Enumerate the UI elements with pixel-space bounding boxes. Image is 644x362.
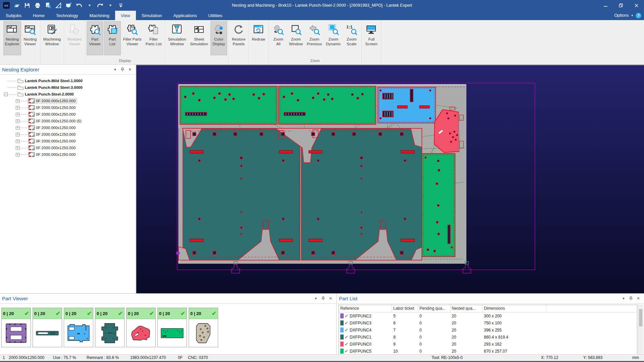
zoom-all-button[interactable]: ZoomAll <box>270 21 287 55</box>
import-icon[interactable] <box>13 2 20 9</box>
tree-sheet-row[interactable]: +0F 2000.000x1250.000 <box>0 104 136 111</box>
tab-simulation[interactable]: Simulation <box>136 11 168 20</box>
filler-parts-viewer-button[interactable]: Filler PartsViewer <box>121 21 143 55</box>
part-list-row[interactable]: ✔DXFPUNC25020300 x 200 <box>339 312 637 319</box>
part-thumbnail-teal-cross[interactable]: 0 | 20✔ <box>95 308 125 347</box>
tab-view[interactable]: View <box>115 11 136 20</box>
part-list-row[interactable]: ✔DXFPUNC09020293 x 162 <box>339 341 637 348</box>
expand-icon[interactable]: + <box>16 153 19 157</box>
nesting-drawing[interactable] <box>136 65 644 293</box>
close-icon[interactable]: ✕ <box>327 295 334 302</box>
tree-node[interactable]: 0F 2000.000x1250.000 <box>28 98 77 104</box>
undo-icon[interactable] <box>76 2 83 9</box>
restore-button[interactable] <box>613 0 629 11</box>
part-viewer-button[interactable]: PartViewer <box>87 21 103 55</box>
part-thumbnail-red-blob[interactable]: 0 | 20✔ <box>126 308 156 347</box>
tree-node[interactable]: Lantek Punch-Mild Steel-3.0000 <box>16 84 84 90</box>
tree-node[interactable]: 0F 2000.000x1250.000 <box>28 145 77 151</box>
tree-node[interactable]: 0F 2000.000x1250.000 <box>28 152 77 158</box>
measure-icon[interactable] <box>55 2 62 9</box>
panel-menu-icon[interactable]: ▾ <box>620 295 627 302</box>
tree-node[interactable]: Lantek Punch-Steel-2.0000 <box>16 91 76 97</box>
full-screen-button[interactable]: FullScreen <box>363 21 380 55</box>
tab-subjobs[interactable]: Subjobs <box>0 11 27 20</box>
tab-technology[interactable]: Technology <box>50 11 84 20</box>
column-header-dimensions[interactable]: Dimensions <box>483 305 546 312</box>
part-blue[interactable] <box>378 87 436 123</box>
scrollbar-thumb[interactable] <box>639 309 642 326</box>
part-list-row[interactable]: ✔DXFPUNC510020670 x 257.07 <box>339 348 637 355</box>
column-header-reference[interactable]: Reference <box>339 305 392 312</box>
nesting-canvas[interactable] <box>136 65 644 293</box>
column-header-nested-qua-[interactable]: Nested qua... <box>450 305 483 312</box>
tree-sheet-row[interactable]: +0F 2000.000x1250.000 <box>0 151 136 158</box>
expand-icon[interactable]: + <box>16 139 19 143</box>
tree-node[interactable]: 0F 2000.000x1250.000 <box>28 138 77 144</box>
tree-sheet-row[interactable]: +0F 2000.000x1250.000 <box>0 124 136 131</box>
tree-node[interactable]: 0F 2000.000x1250.000 <box>28 105 77 111</box>
part-thumbnail-purple-frame[interactable]: 0 | 20✔ <box>1 308 31 347</box>
tree-node[interactable]: 0F 2000.000x1250.000 <box>28 131 77 137</box>
tree-sheet-row[interactable]: +0F 2000.000x1250.000 (5) <box>0 118 136 124</box>
zoom-scale-button[interactable]: 1:1ZoomScale <box>343 21 360 55</box>
part-list-row[interactable]: ✔DXFPUNC47020396 x 255 <box>339 326 637 334</box>
tree-sheet-row[interactable]: +0F 2000.000x1250.000 <box>0 131 136 138</box>
pin-icon[interactable] <box>319 295 327 302</box>
part-list-row[interactable]: ✔DXFPUNC18020860.4 x 819.4 <box>339 334 637 341</box>
close-button[interactable] <box>629 0 644 11</box>
zoom-window-button[interactable]: ZoomWindow <box>287 21 304 55</box>
undo-caret-icon[interactable] <box>86 2 93 9</box>
redo-caret-icon[interactable] <box>107 2 114 9</box>
part-list-scrollbar[interactable] <box>638 305 643 355</box>
nesting-explorer-button[interactable]: NestingExplorer <box>3 21 21 55</box>
pin-icon[interactable] <box>627 295 635 302</box>
panel-menu-icon[interactable]: ▾ <box>111 66 119 73</box>
restore-panels-button[interactable]: RestorePanels <box>230 21 247 55</box>
tree-sheet-row[interactable]: +0F 2000.000x1250.000 <box>0 98 136 104</box>
expand-icon[interactable]: + <box>16 113 19 116</box>
print-preview-icon[interactable] <box>44 2 52 9</box>
part-thumbnail-green-plate[interactable]: 0 | 20✔ <box>157 308 187 347</box>
simulation-window-button[interactable]: SimulationWindow <box>166 21 188 55</box>
pin-icon[interactable] <box>119 66 126 73</box>
part-list-button[interactable]: PartList <box>104 21 121 55</box>
tree-job-row[interactable]: −Lantek Punch-Steel-2.0000 <box>0 91 136 98</box>
part-list-row[interactable]: ✔DXFPUNC36020750 x 100 <box>339 319 637 326</box>
close-icon[interactable]: ✕ <box>635 295 642 302</box>
customize-toolbar-icon[interactable] <box>117 2 125 9</box>
machining-window-button[interactable]: MachiningWindow <box>42 21 62 55</box>
part-thumbnail-tan-poly[interactable]: 0 | 20✔ <box>189 308 218 347</box>
tab-applications[interactable]: Applications <box>167 11 202 20</box>
redo-icon[interactable] <box>96 2 104 9</box>
nesting-viewer-button[interactable]: NestingViewer <box>22 21 39 55</box>
part-green-b[interactable] <box>279 86 376 124</box>
options-caret-icon[interactable]: ▾ <box>631 14 633 17</box>
expand-icon[interactable]: + <box>16 126 19 130</box>
close-icon[interactable]: ✕ <box>126 66 134 73</box>
part-green-tall[interactable] <box>422 154 455 257</box>
part-thumbnail-blue-plate[interactable]: 0 | 20✔ <box>64 308 93 347</box>
tree-node[interactable]: 0F 2000.000x1250.000 (5) <box>28 118 83 124</box>
expand-icon[interactable]: + <box>16 99 19 103</box>
expand-icon[interactable]: + <box>16 119 19 123</box>
sheet-simulation-button[interactable]: SheetSimulation <box>188 21 210 55</box>
zoom-previous-button[interactable]: ZoomPrevious <box>305 21 324 55</box>
panel-menu-icon[interactable]: ▾ <box>312 295 319 302</box>
part-thumbnail-teal-bar[interactable]: 0 | 20✔ <box>33 308 62 347</box>
tree-sheet-row[interactable]: +0F 2000.000x1250.000 <box>0 111 136 118</box>
tab-home[interactable]: Home <box>27 11 50 20</box>
zoom-dynamic-button[interactable]: ZoomDynamic <box>324 21 343 55</box>
tab-utilities[interactable]: Utilities <box>202 11 228 20</box>
minimize-button[interactable] <box>598 0 613 11</box>
tree-sheet-row[interactable]: +0F 2000.000x1250.000 <box>0 144 136 151</box>
save-icon[interactable] <box>23 2 31 9</box>
column-header-labor-ticket[interactable]: Labor ticket <box>392 305 418 312</box>
filler-parts-list-button[interactable]: FillerParts List <box>144 21 163 55</box>
expand-icon[interactable]: + <box>16 133 19 136</box>
options-button[interactable]: Options <box>614 13 629 18</box>
expand-icon[interactable]: + <box>16 146 19 150</box>
color-display-button[interactable]: ColorDisplay <box>210 21 227 55</box>
expand-icon[interactable]: + <box>16 106 19 110</box>
help-icon[interactable]: ? <box>636 13 641 18</box>
tree-job-row[interactable]: Lantek Punch-Mild Steel-3.0000 <box>0 84 136 91</box>
